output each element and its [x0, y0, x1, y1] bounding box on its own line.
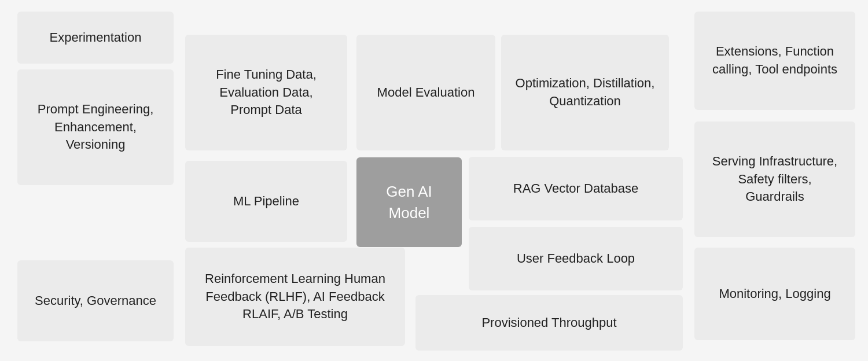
user-feedback-loop: User Feedback Loop: [469, 227, 683, 290]
serving-infrastructure: Serving Infrastructure, Safety filters, …: [694, 121, 855, 237]
model-evaluation-label: Model Evaluation: [377, 84, 475, 102]
optimization: Optimization, Distillation, Quantization: [501, 35, 669, 150]
security-governance: Security, Governance: [17, 260, 174, 341]
monitoring-logging: Monitoring, Logging: [694, 248, 855, 340]
model-evaluation: Model Evaluation: [356, 35, 495, 150]
monitoring-logging-label: Monitoring, Logging: [719, 285, 830, 303]
user-feedback-loop-label: User Feedback Loop: [517, 250, 635, 268]
ml-pipeline: ML Pipeline: [185, 161, 347, 242]
gen-ai-model: Gen AI Model: [356, 157, 462, 247]
diagram-container: ExperimentationPrompt Engineering, Enhan…: [0, 0, 868, 361]
gen-ai-model-label: Gen AI Model: [369, 181, 449, 223]
rag-vector-database-label: RAG Vector Database: [513, 180, 638, 198]
security-governance-label: Security, Governance: [35, 292, 156, 310]
rag-vector-database: RAG Vector Database: [469, 157, 683, 220]
fine-tuning-data: Fine Tuning Data, Evaluation Data, Promp…: [185, 35, 347, 150]
provisioned-throughput: Provisioned Throughput: [415, 295, 683, 351]
provisioned-throughput-label: Provisioned Throughput: [481, 314, 616, 332]
extensions: Extensions, Function calling, Tool endpo…: [694, 12, 855, 110]
rlhf: Reinforcement Learning Human Feedback (R…: [185, 248, 405, 346]
experimentation: Experimentation: [17, 12, 174, 64]
prompt-engineering: Prompt Engineering, Enhancement, Version…: [17, 69, 174, 185]
extensions-label: Extensions, Function calling, Tool endpo…: [707, 43, 843, 79]
optimization-label: Optimization, Distillation, Quantization: [514, 75, 656, 110]
serving-infrastructure-label: Serving Infrastructure, Safety filters, …: [707, 153, 843, 206]
fine-tuning-data-label: Fine Tuning Data, Evaluation Data, Promp…: [198, 66, 334, 119]
ml-pipeline-label: ML Pipeline: [233, 193, 299, 211]
experimentation-label: Experimentation: [50, 29, 142, 47]
rlhf-label: Reinforcement Learning Human Feedback (R…: [198, 270, 392, 323]
prompt-engineering-label: Prompt Engineering, Enhancement, Version…: [30, 101, 161, 154]
